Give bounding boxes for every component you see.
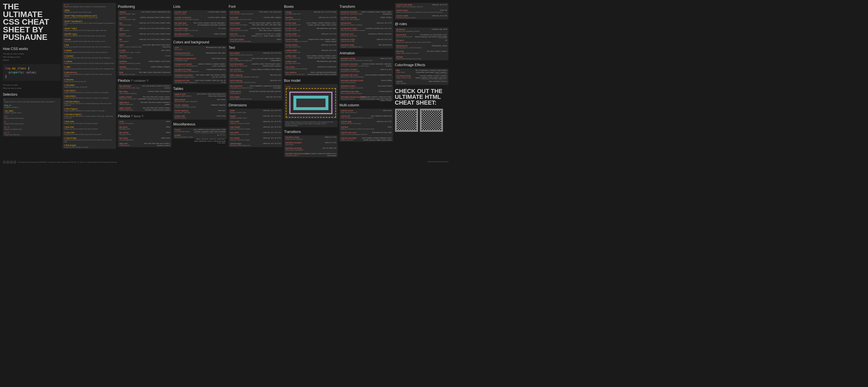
property-name: outline-width xyxy=(286,49,297,51)
property-values: cover | auto | contain | value (px, em, … xyxy=(193,79,225,83)
property-values: value xyxy=(166,120,170,122)
property-values: value (px, em or %) xyxy=(377,22,392,24)
selector-name: X > Y xyxy=(4,132,9,134)
selector-desc: Target descendants items xyxy=(4,117,59,119)
selector-desc: Target any specific items with http whic… xyxy=(64,35,115,37)
property-name: text-align xyxy=(230,58,238,60)
selector-card: X:first-childTarget only the first child… xyxy=(62,120,116,125)
property-desc: top right bottom left xyxy=(286,63,336,64)
property-card: flex-growvalueManage width xyxy=(118,125,171,131)
property-desc: Left position xyxy=(119,40,170,42)
property-desc: Wrapping in the flow xyxy=(119,73,170,75)
property-values: value (px, em) xyxy=(270,79,281,81)
property-card: animation-delayvalue (s or ms)Specifies … xyxy=(339,57,393,62)
selector-card: X:not(selector)Target any specific items… xyxy=(62,71,116,78)
property-name: border-collapse xyxy=(175,104,189,106)
property-values: value (px, em or %) | auto | initial | u… xyxy=(139,33,170,35)
footer-url: https://www.pushaune.com xyxy=(428,161,448,164)
qr-codes xyxy=(395,109,448,132)
property-desc: Give some perspective the item xyxy=(341,30,392,31)
property-desc: top right bottom left xyxy=(286,19,336,20)
property-name: color xyxy=(175,46,179,48)
property-card: word-spacingvalue (px, em)Spacing behavi… xyxy=(228,79,282,84)
col-selectors-ext: X ~ YTarget any adjacent item contained … xyxy=(62,3,116,157)
property-card: bottomvalue (px, em or %) | auto | initi… xyxy=(118,32,171,38)
selector-desc: Target specific elements in a stack base… xyxy=(64,115,115,119)
property-values: left | center | right | top | bottom | v… xyxy=(193,74,225,78)
selector-desc: Target a pseudo-element that is the firs… xyxy=(64,63,115,64)
dimensions-heading: Dimensions xyxy=(228,103,282,107)
selector-card: X::first-letterTarget the first letter o… xyxy=(62,83,116,89)
property-card: flex-wrapnowrap | wrap | wrap-reverseHow… xyxy=(118,90,171,95)
property-card: visibilityvisible | hidden | collapseWit… xyxy=(118,65,171,71)
selector-name: X:last-child(n) xyxy=(64,95,76,97)
property-card: backface-visibilityvisible | hiddenHide … xyxy=(339,15,393,21)
property-desc: Wrapping text xyxy=(230,93,281,94)
property-card: table-layoutauto | fixedSpecifies the la… xyxy=(173,98,227,103)
property-values: none | capitalize | uppercase | lowercas… xyxy=(249,85,281,89)
property-name: list-style-position xyxy=(175,33,190,35)
property-values: value (px, em or %) xyxy=(377,38,392,40)
property-name: column-span xyxy=(396,9,408,11)
property-card: text-decorationunderline | wavy | line-t… xyxy=(228,62,282,68)
property-card: mix-blend-modenormal | multiply | screen… xyxy=(395,74,448,79)
boxmodel-heading: Box model xyxy=(284,79,338,83)
selector-card: X:nth-child(n)Target specific elements i… xyxy=(62,89,116,94)
property-card: perspectivevalue (px, em or %)Where the … xyxy=(339,21,393,27)
property-values: flat | preserve-3d xyxy=(379,44,392,46)
property-values: none | forwards | backwards | both xyxy=(365,74,392,76)
selector-card: X[href^="http"]Target any specific items… xyxy=(62,27,116,32)
by-icon: by xyxy=(6,161,9,164)
property-name: opacity xyxy=(396,80,403,82)
property-values: value (s or ms) xyxy=(380,58,392,60)
property-name: font-weight xyxy=(230,22,240,24)
property-values: value (px, em or %) xyxy=(266,96,281,98)
property-name: column-gap xyxy=(341,120,351,122)
property-desc: Setting a maximum width xyxy=(230,122,281,124)
license-icons: cc by nc nd This Cheat Sheet is powered … xyxy=(3,161,117,164)
property-desc: Import any style-rules from other style … xyxy=(396,41,447,43)
property-card: background-imageurl(path/to/my/image.ext… xyxy=(173,68,227,73)
property-values: value | infinite xyxy=(381,79,392,81)
property-values: ltr | rtl xyxy=(166,55,170,57)
selector-name: X[title] xyxy=(64,9,69,11)
property-desc: Text color xyxy=(175,48,225,50)
property-name: counter-reset xyxy=(175,11,187,13)
selector-name: X ~ Y xyxy=(64,4,69,6)
property-values: value (px, em, vh or %) xyxy=(263,142,281,144)
property-name: overflow xyxy=(119,60,127,63)
property-name: @import xyxy=(396,39,404,41)
property-desc: top right bottom left xyxy=(286,30,336,31)
selector-name: X::before xyxy=(64,60,72,63)
property-values: value (px, em or %) | auto | initial | u… xyxy=(139,38,170,40)
property-name: word-spacing xyxy=(230,79,242,81)
property-values: value (px) xyxy=(218,110,225,112)
property-card: background-positionleft | center | right… xyxy=(173,73,227,79)
property-card: outline-color#hexadecimal | rgb | rgbato… xyxy=(284,60,338,65)
property-name: flex-grow xyxy=(119,126,127,128)
selector-name: X + Y xyxy=(4,126,9,128)
selector-desc: Target specific elements in a stack (n's… xyxy=(64,92,115,93)
property-values: auto | flex-start | flex-end | center | … xyxy=(138,142,170,146)
property-values: value (px, em, vh or %) xyxy=(263,110,281,112)
property-name: min-height xyxy=(230,137,240,139)
property-name: background-color xyxy=(175,52,190,54)
selector-name: X:nth-of-type(n) xyxy=(64,108,78,110)
property-name: align-items xyxy=(119,101,129,103)
property-card: align-contentflex-start | flex-end | cen… xyxy=(118,106,171,112)
property-desc: top right bottom left xyxy=(286,13,336,15)
property-desc: Run or pause the animation xyxy=(341,93,392,94)
selector-desc: Target items which are the only child of… xyxy=(64,134,115,135)
property-name: justify-content xyxy=(119,96,132,98)
selector-name: X::first-line xyxy=(64,79,73,81)
selector-desc: target all items. Can be used with desce… xyxy=(4,101,59,103)
property-card: text-shadow(color) (offset-x) (offset-y)… xyxy=(228,68,282,73)
property-name: animation-fill-mode xyxy=(341,74,358,76)
property-card: flex-basisvalue | autoVertical alignment xyxy=(118,136,171,142)
selector-card: X[href$=".jpg"]Target any specific items… xyxy=(62,32,116,38)
property-desc: Manage width xyxy=(119,128,170,130)
promo-text: CHECK OUT THE ULTIMATE HTML CHEAT SHEET: xyxy=(395,88,448,105)
property-card: orphansvalueSetting a minimum number of … xyxy=(339,125,393,131)
selector-desc: Target all the same items xyxy=(4,123,59,125)
property-name: caption-side xyxy=(175,93,186,95)
